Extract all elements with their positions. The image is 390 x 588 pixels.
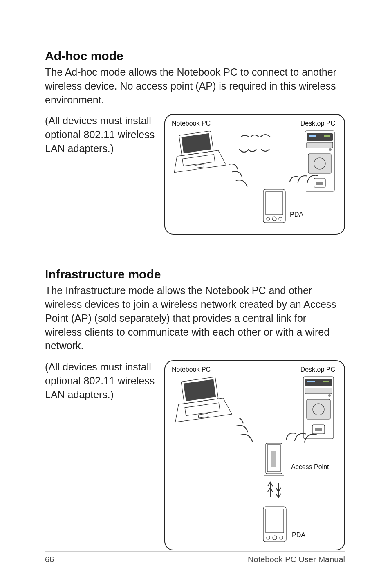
- laptop-icon: [169, 130, 226, 175]
- infra-pda-label: PDA: [292, 532, 305, 539]
- infra-side-text-wrap: (All devices must install optional 802.1…: [45, 360, 159, 409]
- adhoc-pda-label: PDA: [290, 211, 303, 218]
- svg-point-10: [329, 148, 332, 151]
- adhoc-heading: Ad-hoc mode: [45, 49, 345, 63]
- svg-rect-42: [266, 509, 284, 533]
- laptop-icon: [171, 376, 232, 425]
- svg-rect-28: [307, 381, 315, 382]
- svg-point-31: [328, 394, 331, 397]
- infra-row: (All devices must install optional 802.1…: [45, 360, 345, 550]
- svg-rect-11: [307, 149, 333, 149]
- infra-paragraph: The Infrastructure mode allows the Noteb…: [45, 284, 345, 353]
- wireless-arcs-icon: [218, 164, 259, 197]
- wireless-arcs-icon: [286, 420, 331, 457]
- svg-point-45: [280, 536, 283, 539]
- svg-rect-33: [307, 399, 330, 419]
- svg-rect-6: [307, 133, 333, 141]
- page-number: 66: [45, 555, 54, 564]
- infra-notebook-label: Notebook PC: [172, 366, 211, 373]
- svg-rect-9: [307, 142, 333, 148]
- adhoc-side-text: (All devices must install optional 802.1…: [45, 114, 159, 155]
- wireless-arcs-icon: [222, 418, 267, 455]
- svg-point-19: [272, 217, 276, 221]
- svg-rect-17: [266, 192, 283, 215]
- adhoc-diagram: Notebook PC Desktop PC PDA: [164, 114, 345, 235]
- pda-icon: [262, 506, 288, 543]
- pda-icon: [262, 189, 287, 224]
- svg-rect-22: [184, 379, 216, 401]
- svg-rect-3: [182, 155, 215, 166]
- infra-heading: Infrastructure mode: [45, 267, 345, 281]
- svg-rect-4: [195, 164, 204, 168]
- svg-rect-25: [198, 413, 208, 418]
- adhoc-row: (All devices must install optional 802.1…: [45, 114, 345, 235]
- adhoc-paragraph: The Ad-hoc mode allows the Notebook PC t…: [45, 65, 345, 107]
- svg-rect-8: [324, 135, 330, 137]
- infra-side-text: (All devices must install optional 802.1…: [45, 360, 159, 402]
- svg-rect-27: [305, 379, 332, 386]
- svg-rect-7: [309, 135, 316, 137]
- svg-rect-30: [305, 388, 332, 394]
- page-footer: 66 Notebook PC User Manual: [45, 551, 345, 564]
- svg-point-18: [267, 217, 270, 220]
- infra-desktop-label: Desktop PC: [300, 366, 335, 373]
- svg-rect-32: [305, 395, 332, 395]
- wireless-arcs-icon: [288, 164, 329, 197]
- svg-rect-39: [271, 451, 276, 467]
- wireless-arcs-icon: [237, 131, 282, 160]
- svg-point-20: [279, 217, 282, 220]
- adhoc-desktop-label: Desktop PC: [300, 120, 335, 127]
- adhoc-notebook-label: Notebook PC: [172, 120, 211, 127]
- infra-ap-label: Access Point: [291, 463, 329, 471]
- footer-title: Notebook PC User Manual: [248, 555, 345, 564]
- wireless-updown-icon: [264, 479, 285, 506]
- svg-point-44: [273, 536, 277, 540]
- svg-point-43: [267, 536, 270, 539]
- svg-rect-29: [323, 381, 329, 382]
- infra-diagram: Notebook PC Desktop PC Access Point PDA: [164, 360, 345, 550]
- adhoc-side-text-wrap: (All devices must install optional 802.1…: [45, 114, 159, 163]
- svg-rect-1: [181, 133, 211, 153]
- svg-rect-24: [185, 403, 220, 415]
